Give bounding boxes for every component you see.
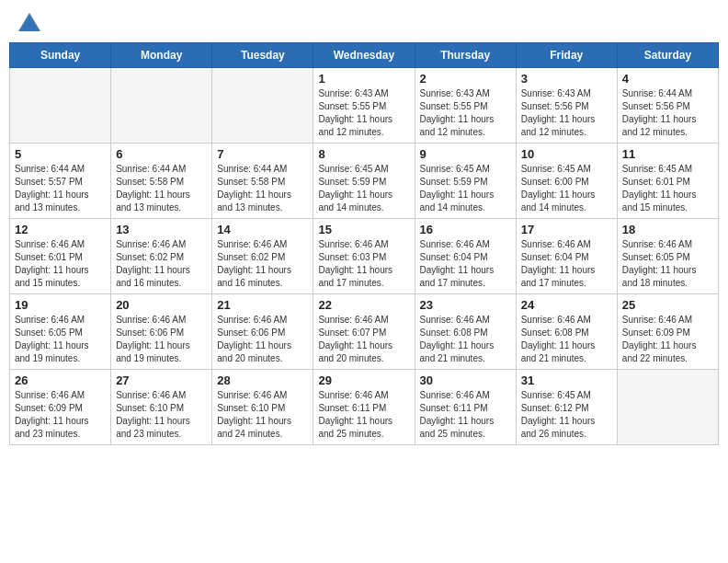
calendar-week-1: 5Sunrise: 6:44 AMSunset: 5:57 PMDaylight… [10, 144, 719, 219]
day-info: Sunrise: 6:46 AMSunset: 6:03 PMDaylight:… [318, 238, 409, 290]
calendar-cell: 4Sunrise: 6:44 AMSunset: 5:56 PMDaylight… [617, 68, 718, 144]
calendar-cell: 26Sunrise: 6:46 AMSunset: 6:09 PMDayligh… [10, 370, 111, 445]
day-info: Sunrise: 6:46 AMSunset: 6:10 PMDaylight:… [116, 389, 207, 441]
day-header-wednesday: Wednesday [313, 43, 415, 68]
logo-icon [17, 11, 42, 37]
calendar-cell [212, 68, 313, 144]
day-info: Sunrise: 6:46 AMSunset: 6:07 PMDaylight:… [318, 314, 409, 365]
calendar-cell: 16Sunrise: 6:46 AMSunset: 6:04 PMDayligh… [415, 219, 516, 294]
calendar-cell: 2Sunrise: 6:43 AMSunset: 5:55 PMDaylight… [415, 68, 516, 144]
day-info: Sunrise: 6:46 AMSunset: 6:02 PMDaylight:… [116, 238, 207, 290]
calendar-table: SundayMondayTuesdayWednesdayThursdayFrid… [9, 42, 719, 445]
logo [17, 11, 46, 37]
calendar-cell: 29Sunrise: 6:46 AMSunset: 6:11 PMDayligh… [313, 370, 415, 445]
calendar-cell: 24Sunrise: 6:46 AMSunset: 6:08 PMDayligh… [516, 294, 617, 370]
day-header-tuesday: Tuesday [212, 43, 313, 68]
day-info: Sunrise: 6:46 AMSunset: 6:05 PMDaylight:… [622, 238, 713, 290]
calendar-cell: 22Sunrise: 6:46 AMSunset: 6:07 PMDayligh… [313, 294, 415, 370]
calendar-cell: 12Sunrise: 6:46 AMSunset: 6:01 PMDayligh… [10, 219, 111, 294]
day-header-friday: Friday [516, 43, 617, 68]
day-number: 13 [116, 223, 207, 236]
day-number: 17 [521, 223, 612, 236]
day-info: Sunrise: 6:45 AMSunset: 5:59 PMDaylight:… [318, 163, 409, 214]
day-info: Sunrise: 6:46 AMSunset: 6:09 PMDaylight:… [15, 389, 106, 441]
day-info: Sunrise: 6:45 AMSunset: 6:01 PMDaylight:… [622, 163, 713, 214]
day-info: Sunrise: 6:44 AMSunset: 5:58 PMDaylight:… [217, 163, 308, 214]
day-number: 31 [521, 373, 612, 387]
day-number: 3 [521, 72, 612, 86]
calendar-week-0: 1Sunrise: 6:43 AMSunset: 5:55 PMDaylight… [10, 68, 719, 144]
day-number: 28 [217, 373, 308, 387]
calendar-cell: 31Sunrise: 6:45 AMSunset: 6:12 PMDayligh… [516, 370, 617, 445]
calendar-cell: 1Sunrise: 6:43 AMSunset: 5:55 PMDaylight… [313, 68, 415, 144]
calendar-cell: 9Sunrise: 6:45 AMSunset: 5:59 PMDaylight… [415, 144, 516, 219]
day-info: Sunrise: 6:43 AMSunset: 5:55 PMDaylight:… [318, 87, 409, 139]
day-number: 4 [622, 72, 713, 86]
calendar-cell: 25Sunrise: 6:46 AMSunset: 6:09 PMDayligh… [617, 294, 718, 370]
day-info: Sunrise: 6:43 AMSunset: 5:55 PMDaylight:… [420, 87, 511, 139]
day-info: Sunrise: 6:46 AMSunset: 6:01 PMDaylight:… [15, 238, 106, 290]
page: SundayMondayTuesdayWednesdayThursdayFrid… [0, 0, 728, 563]
calendar-cell: 8Sunrise: 6:45 AMSunset: 5:59 PMDaylight… [313, 144, 415, 219]
calendar-cell: 15Sunrise: 6:46 AMSunset: 6:03 PMDayligh… [313, 219, 415, 294]
day-number: 10 [521, 147, 612, 161]
day-number: 29 [318, 373, 409, 387]
day-header-sunday: Sunday [10, 43, 111, 68]
calendar-cell: 27Sunrise: 6:46 AMSunset: 6:10 PMDayligh… [111, 370, 212, 445]
day-header-saturday: Saturday [617, 43, 718, 68]
calendar-cell: 30Sunrise: 6:46 AMSunset: 6:11 PMDayligh… [415, 370, 516, 445]
day-number: 16 [420, 223, 511, 236]
calendar-cell: 6Sunrise: 6:44 AMSunset: 5:58 PMDaylight… [111, 144, 212, 219]
day-number: 6 [116, 147, 207, 161]
day-number: 1 [318, 72, 409, 86]
day-number: 14 [217, 223, 308, 236]
day-info: Sunrise: 6:46 AMSunset: 6:08 PMDaylight:… [521, 314, 612, 365]
calendar-cell: 10Sunrise: 6:45 AMSunset: 6:00 PMDayligh… [516, 144, 617, 219]
day-info: Sunrise: 6:45 AMSunset: 6:12 PMDaylight:… [521, 389, 612, 441]
calendar-cell: 3Sunrise: 6:43 AMSunset: 5:56 PMDaylight… [516, 68, 617, 144]
day-info: Sunrise: 6:44 AMSunset: 5:57 PMDaylight:… [15, 163, 106, 214]
calendar-cell: 11Sunrise: 6:45 AMSunset: 6:01 PMDayligh… [617, 144, 718, 219]
day-info: Sunrise: 6:45 AMSunset: 5:59 PMDaylight:… [420, 163, 511, 214]
calendar-cell: 5Sunrise: 6:44 AMSunset: 5:57 PMDaylight… [10, 144, 111, 219]
day-number: 26 [15, 373, 106, 387]
day-number: 11 [622, 147, 713, 161]
calendar-cell: 21Sunrise: 6:46 AMSunset: 6:06 PMDayligh… [212, 294, 313, 370]
calendar-week-4: 26Sunrise: 6:46 AMSunset: 6:09 PMDayligh… [10, 370, 719, 445]
day-number: 22 [318, 298, 409, 312]
header [0, 0, 728, 42]
day-number: 30 [420, 373, 511, 387]
calendar-cell [617, 370, 718, 445]
day-info: Sunrise: 6:44 AMSunset: 5:58 PMDaylight:… [116, 163, 207, 214]
calendar-cell: 23Sunrise: 6:46 AMSunset: 6:08 PMDayligh… [415, 294, 516, 370]
calendar-cell: 13Sunrise: 6:46 AMSunset: 6:02 PMDayligh… [111, 219, 212, 294]
day-header-thursday: Thursday [415, 43, 516, 68]
day-info: Sunrise: 6:46 AMSunset: 6:11 PMDaylight:… [420, 389, 511, 441]
day-number: 8 [318, 147, 409, 161]
day-info: Sunrise: 6:46 AMSunset: 6:04 PMDaylight:… [521, 238, 612, 290]
day-number: 15 [318, 223, 409, 236]
day-info: Sunrise: 6:44 AMSunset: 5:56 PMDaylight:… [622, 87, 713, 139]
day-info: Sunrise: 6:46 AMSunset: 6:09 PMDaylight:… [622, 314, 713, 365]
day-info: Sunrise: 6:46 AMSunset: 6:02 PMDaylight:… [217, 238, 308, 290]
day-number: 5 [15, 147, 106, 161]
calendar-cell: 7Sunrise: 6:44 AMSunset: 5:58 PMDaylight… [212, 144, 313, 219]
calendar-week-3: 19Sunrise: 6:46 AMSunset: 6:05 PMDayligh… [10, 294, 719, 370]
day-info: Sunrise: 6:46 AMSunset: 6:10 PMDaylight:… [217, 389, 308, 441]
calendar-week-2: 12Sunrise: 6:46 AMSunset: 6:01 PMDayligh… [10, 219, 719, 294]
calendar-cell [10, 68, 111, 144]
day-number: 27 [116, 373, 207, 387]
day-info: Sunrise: 6:46 AMSunset: 6:05 PMDaylight:… [15, 314, 106, 365]
calendar-cell: 19Sunrise: 6:46 AMSunset: 6:05 PMDayligh… [10, 294, 111, 370]
day-number: 12 [15, 223, 106, 236]
day-number: 2 [420, 72, 511, 86]
day-number: 19 [15, 298, 106, 312]
day-number: 21 [217, 298, 308, 312]
calendar-cell [111, 68, 212, 144]
day-number: 20 [116, 298, 207, 312]
day-number: 23 [420, 298, 511, 312]
day-header-monday: Monday [111, 43, 212, 68]
day-number: 18 [622, 223, 713, 236]
day-info: Sunrise: 6:45 AMSunset: 6:00 PMDaylight:… [521, 163, 612, 214]
day-info: Sunrise: 6:43 AMSunset: 5:56 PMDaylight:… [521, 87, 612, 139]
